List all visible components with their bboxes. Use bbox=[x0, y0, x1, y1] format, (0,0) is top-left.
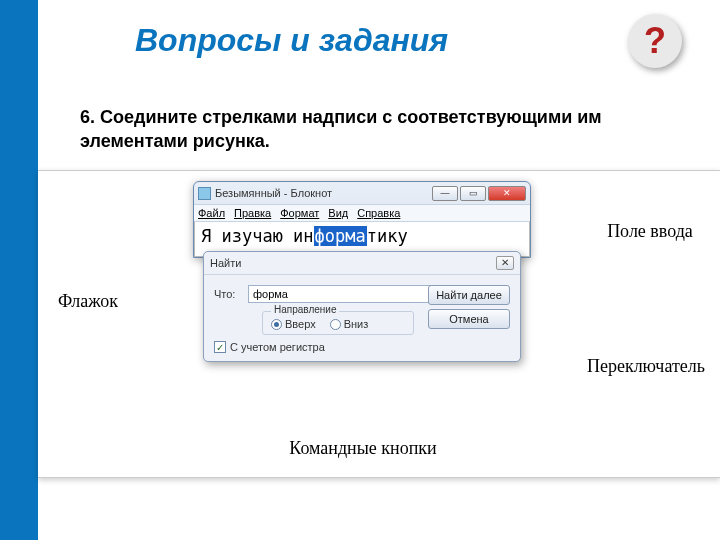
menu-help[interactable]: Справка bbox=[357, 207, 400, 219]
page-title: Вопросы и задания bbox=[135, 22, 448, 59]
close-button[interactable]: ✕ bbox=[488, 186, 526, 201]
maximize-button[interactable]: ▭ bbox=[460, 186, 486, 201]
direction-legend: Направление bbox=[271, 304, 339, 315]
notepad-title: Безымянный - Блокнот bbox=[215, 187, 332, 199]
cancel-button[interactable]: Отмена bbox=[428, 309, 510, 329]
task-text: 6. Соедините стрелками надписи с соответ… bbox=[80, 105, 640, 154]
text-before: Я изучаю ин bbox=[201, 226, 314, 246]
text-after: тику bbox=[367, 226, 408, 246]
radio-down[interactable] bbox=[330, 319, 341, 330]
radio-up-label: Вверх bbox=[285, 318, 316, 330]
find-dialog: Найти ✕ Что: Найти далее Отмена Направле… bbox=[203, 251, 521, 362]
label-checkbox: Флажок bbox=[58, 291, 118, 312]
menu-edit[interactable]: Правка bbox=[234, 207, 271, 219]
help-badge: ? bbox=[628, 14, 682, 68]
figure-area: Флажок Поле ввода Переключатель Командны… bbox=[38, 170, 720, 478]
minimize-button[interactable]: — bbox=[432, 186, 458, 201]
menu-format[interactable]: Формат bbox=[280, 207, 319, 219]
notepad-window: Безымянный - Блокнот — ▭ ✕ Файл Правка Ф… bbox=[193, 181, 531, 258]
find-next-button[interactable]: Найти далее bbox=[428, 285, 510, 305]
text-selected: форма bbox=[314, 226, 367, 246]
menu-file[interactable]: Файл bbox=[198, 207, 225, 219]
label-input-field: Поле ввода bbox=[605, 221, 695, 242]
notepad-menubar: Файл Правка Формат Вид Справка bbox=[194, 204, 530, 222]
case-checkbox[interactable]: ✓ bbox=[214, 341, 226, 353]
direction-group: Направление Вверх Вниз bbox=[262, 311, 414, 335]
radio-down-label: Вниз bbox=[344, 318, 369, 330]
radio-up[interactable] bbox=[271, 319, 282, 330]
label-command-buttons: Командные кнопки bbox=[288, 438, 438, 459]
notepad-titlebar[interactable]: Безымянный - Блокнот — ▭ ✕ bbox=[194, 182, 530, 204]
menu-view[interactable]: Вид bbox=[328, 207, 348, 219]
notepad-icon bbox=[198, 187, 211, 200]
question-icon: ? bbox=[644, 20, 666, 62]
find-close-button[interactable]: ✕ bbox=[496, 256, 514, 270]
label-radio: Переключатель bbox=[587, 356, 705, 377]
find-what-label: Что: bbox=[214, 288, 248, 300]
find-titlebar[interactable]: Найти ✕ bbox=[204, 252, 520, 275]
sidebar-accent bbox=[0, 0, 38, 540]
find-title-text: Найти bbox=[210, 257, 241, 269]
case-label: С учетом регистра bbox=[230, 341, 325, 353]
